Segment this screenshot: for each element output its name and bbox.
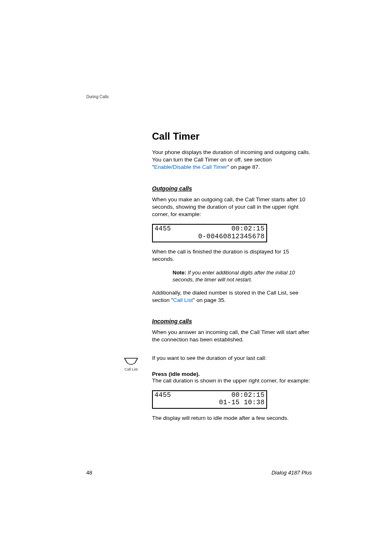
lcd-timer-2: 00:02:15 — [231, 391, 265, 399]
icon-caption: Call List — [121, 367, 141, 371]
lcd-display-outgoing: 4455 00:02:15 0-00460812345678 — [152, 224, 267, 242]
outgoing-text-3b: " on page 35. — [193, 297, 226, 303]
enable-disable-link[interactable]: Enable/Disable the Call Timer — [154, 164, 227, 170]
outgoing-calls-heading: Outgoing calls — [152, 185, 312, 192]
press-instruction: Press (idle mode). — [152, 371, 312, 377]
lcd-display-incoming: 4455 00:02:15 01-15 10:38 — [152, 390, 267, 409]
outgoing-para-2: When the call is finished the duration i… — [152, 248, 312, 263]
lcd-datetime: 01-15 10:38 — [219, 399, 265, 406]
call-list-key-icon-block: Call List — [121, 357, 141, 371]
intro-paragraph: Your phone displays the duration of inco… — [152, 149, 312, 171]
lcd-extension: 4455 — [154, 225, 171, 233]
page-footer: 48 Dialog 4187 Plus — [86, 470, 312, 476]
incoming-calls-heading: Incoming calls — [152, 318, 312, 325]
call-list-link[interactable]: Call List — [173, 297, 193, 303]
section-title: Call Timer — [152, 131, 312, 142]
note-label: Note: — [173, 269, 188, 276]
incoming-para-2: If you want to see the duration of your … — [152, 355, 312, 362]
page-number: 48 — [86, 470, 92, 476]
outgoing-para-1: When you make an outgoing call, the Call… — [152, 196, 312, 219]
intro-text-2: " on page 87. — [227, 164, 260, 170]
call-list-key-icon — [124, 357, 138, 365]
lcd-timer: 00:02:15 — [231, 225, 265, 233]
note-block: Note: If you enter additional digits aft… — [173, 269, 312, 283]
lcd-extension-2: 4455 — [154, 391, 171, 399]
incoming-para-1: When you answer an incoming call, the Ca… — [152, 329, 312, 343]
incoming-para-3: The call duration is shown in the upper … — [152, 377, 312, 385]
product-name: Dialog 4187 Plus — [272, 470, 312, 476]
incoming-para-4: The display will return to idle mode aft… — [152, 415, 312, 422]
lcd-number: 0-00460812345678 — [198, 233, 265, 240]
note-text: If you enter additional digits after the… — [173, 269, 295, 283]
running-header: During Calls — [86, 94, 108, 99]
outgoing-para-3: Additionally, the dialed number is store… — [152, 289, 312, 304]
